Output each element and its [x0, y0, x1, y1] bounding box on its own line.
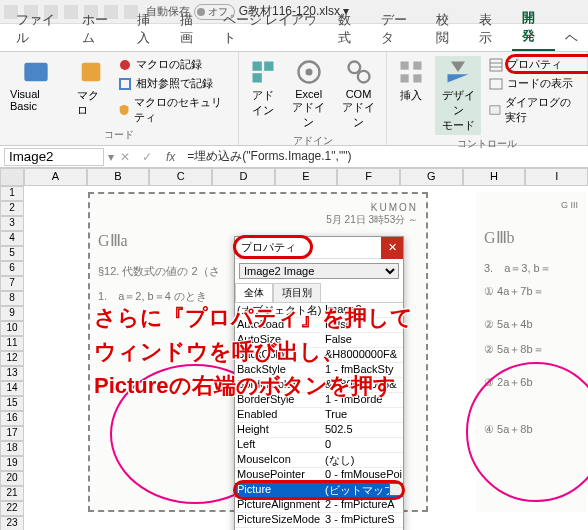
property-value[interactable]: False [323, 333, 403, 347]
row-header[interactable]: 23 [0, 516, 24, 530]
close-icon[interactable]: ✕ [381, 237, 403, 259]
tab-挿入[interactable]: 挿入 [127, 7, 170, 51]
tab-all[interactable]: 全体 [235, 283, 273, 302]
run-dialog-button[interactable]: ダイアログの実行 [487, 94, 581, 126]
addins-button[interactable]: アド イン [245, 56, 281, 120]
cells-area[interactable]: KUMON 5月 21日 3時53分 ～ GⅢa §12. 代数式の値の 2（さ… [24, 186, 588, 526]
object-selector[interactable]: Image2 Image [239, 263, 399, 279]
view-code-button[interactable]: コードの表示 [487, 75, 581, 92]
row-header[interactable]: 1 [0, 186, 24, 201]
property-row[interactable]: (オブジェクト名)Image2 [235, 303, 403, 318]
tab-校閲[interactable]: 校閲 [426, 7, 469, 51]
property-value[interactable]: 0 [323, 438, 403, 452]
worksheet-area: ABCDEFGHI 123456789101112131415161718192… [0, 168, 588, 530]
tab-データ[interactable]: データ [371, 7, 426, 51]
svg-rect-11 [401, 62, 409, 70]
row-header[interactable]: 7 [0, 276, 24, 291]
property-value[interactable]: 3 - fmPictureS [323, 513, 403, 527]
group-code: Visual Basic マクロ マクロの記録 相対参照で記録 マクロのセキュリ… [0, 52, 239, 145]
design-mode-button[interactable]: デザイン モード [435, 56, 481, 135]
record-macro-button[interactable]: マクロの記録 [116, 56, 232, 73]
property-row[interactable]: BorderStyle1 - fmBorde [235, 393, 403, 408]
svg-point-2 [120, 60, 130, 70]
column-header[interactable]: I [525, 168, 588, 186]
tab-ホーム[interactable]: ホーム [72, 7, 127, 51]
row-header[interactable]: 13 [0, 366, 24, 381]
property-row[interactable]: PictureAlignment2 - fmPictureA [235, 498, 403, 513]
property-value[interactable]: Image2 [323, 303, 403, 317]
tab-categorized[interactable]: 項目別 [273, 283, 321, 302]
tab-開発[interactable]: 開発 [512, 5, 555, 51]
tab-ヘ[interactable]: ヘ [555, 25, 588, 51]
row-header[interactable]: 18 [0, 441, 24, 456]
column-header[interactable]: E [275, 168, 338, 186]
property-row[interactable]: AutoSizeFalse [235, 333, 403, 348]
row-header[interactable]: 2 [0, 201, 24, 216]
group-label: コントロール [393, 137, 581, 151]
property-value[interactable]: 1 - fmBorde [323, 393, 403, 407]
column-header[interactable]: B [87, 168, 150, 186]
column-header[interactable]: A [24, 168, 87, 186]
insert-control-button[interactable]: 挿入 [393, 56, 429, 105]
property-value[interactable]: &H80000006& [323, 378, 403, 392]
row-header[interactable]: 3 [0, 216, 24, 231]
row-header[interactable]: 19 [0, 456, 24, 471]
macro-button[interactable]: マクロ [73, 56, 110, 120]
property-value[interactable]: 2 - fmPictureA [323, 498, 403, 512]
row-header[interactable]: 10 [0, 321, 24, 336]
properties-titlebar[interactable]: プロパティ ✕ [235, 237, 403, 259]
row-header[interactable]: 6 [0, 261, 24, 276]
tab-描画[interactable]: 描画 [170, 7, 213, 51]
relative-ref-button[interactable]: 相対参照で記録 [116, 75, 232, 92]
tab-ファイル[interactable]: ファイル [6, 7, 72, 51]
select-all-corner[interactable] [0, 168, 24, 186]
property-row[interactable]: BackColor&H8000000F& [235, 348, 403, 363]
row-header[interactable]: 17 [0, 426, 24, 441]
column-header[interactable]: C [149, 168, 212, 186]
property-grid[interactable]: (オブジェクト名)Image2AutoLoadFalseAutoSizeFals… [235, 303, 403, 530]
row-header[interactable]: 11 [0, 336, 24, 351]
com-addins-button[interactable]: COM アドイン [337, 56, 381, 132]
row-header[interactable]: 15 [0, 396, 24, 411]
property-value[interactable]: (なし) [323, 453, 403, 467]
filename-label[interactable]: G教材116-120.xlsx ▾ [239, 3, 350, 20]
row-header[interactable]: 20 [0, 471, 24, 486]
row-header[interactable]: 22 [0, 501, 24, 516]
row-header[interactable]: 5 [0, 246, 24, 261]
row-header[interactable]: 14 [0, 381, 24, 396]
row-header[interactable]: 16 [0, 411, 24, 426]
row-header[interactable]: 4 [0, 231, 24, 246]
property-row[interactable]: BorderColor&H80000006& [235, 378, 403, 393]
excel-addins-button[interactable]: Excel アドイン [287, 56, 331, 132]
property-row[interactable]: Height502.5 [235, 423, 403, 438]
row-header[interactable]: 8 [0, 291, 24, 306]
column-header[interactable]: F [337, 168, 400, 186]
row-header[interactable]: 21 [0, 486, 24, 501]
row-header[interactable]: 12 [0, 351, 24, 366]
property-value[interactable]: 1 - fmBackSty [323, 363, 403, 377]
property-value[interactable]: True [323, 408, 403, 422]
property-row[interactable]: PictureSizeMode3 - fmPictureS [235, 513, 403, 528]
fx-icon[interactable]: fx [158, 150, 183, 164]
property-row[interactable]: EnabledTrue [235, 408, 403, 423]
property-value[interactable]: &H8000000F& [323, 348, 403, 362]
name-box[interactable] [4, 148, 104, 166]
property-row[interactable]: MouseIcon(なし) [235, 453, 403, 468]
property-value[interactable]: 502.5 [323, 423, 403, 437]
column-header[interactable]: G [400, 168, 463, 186]
column-header[interactable]: D [212, 168, 275, 186]
tab-表示[interactable]: 表示 [469, 7, 512, 51]
macro-security-button[interactable]: マクロのセキュリティ [116, 94, 232, 126]
property-row[interactable]: Left0 [235, 438, 403, 453]
cancel-icon[interactable]: ✕ [114, 150, 136, 164]
property-row[interactable]: AutoLoadFalse [235, 318, 403, 333]
property-name: MouseIcon [235, 453, 323, 467]
confirm-icon[interactable]: ✓ [136, 150, 158, 164]
row-header[interactable]: 9 [0, 306, 24, 321]
visual-basic-button[interactable]: Visual Basic [6, 56, 67, 114]
property-row[interactable]: BackStyle1 - fmBackSty [235, 363, 403, 378]
column-header[interactable]: H [463, 168, 526, 186]
svg-rect-12 [414, 62, 422, 70]
property-value[interactable]: False [323, 318, 403, 332]
properties-window[interactable]: プロパティ ✕ Image2 Image 全体 項目別 (オブジェクト名)Ima… [234, 236, 404, 530]
